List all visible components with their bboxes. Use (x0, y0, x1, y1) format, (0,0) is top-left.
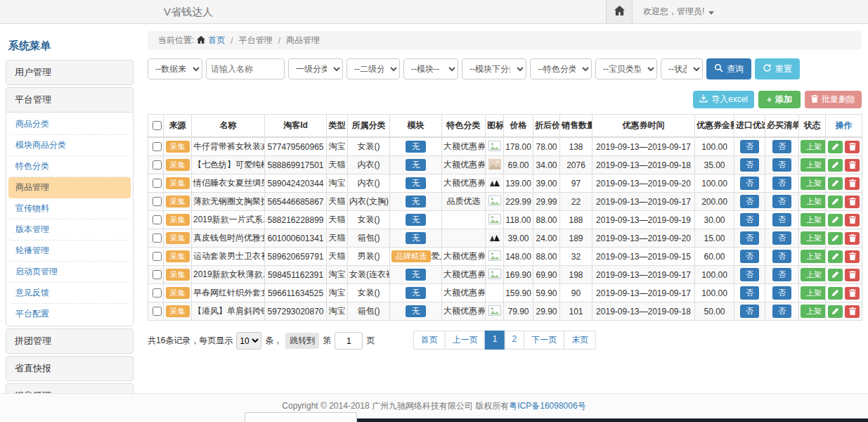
query-button[interactable]: 查询 (706, 58, 751, 79)
row-checkbox[interactable] (153, 142, 162, 151)
sidebar-subitem[interactable]: 启动页管理 (8, 262, 131, 283)
status-button[interactable]: 上架 (801, 140, 826, 153)
import-select-button[interactable]: 否 (740, 177, 759, 189)
edit-button[interactable] (828, 196, 843, 208)
status-button[interactable]: 上架 (801, 250, 826, 262)
status-button[interactable]: 上架 (801, 158, 826, 171)
sidebar-subitem[interactable]: 版本管理 (8, 219, 131, 241)
row-checkbox[interactable] (153, 252, 162, 261)
import-select-button[interactable]: 否 (740, 268, 759, 281)
row-checkbox[interactable] (153, 179, 162, 188)
import-select-button[interactable]: 否 (740, 286, 759, 299)
delete-button[interactable] (845, 269, 860, 281)
must-buy-button[interactable]: 否 (772, 158, 791, 171)
status-button[interactable]: 上架 (801, 286, 826, 299)
sidebar-item[interactable]: 拼团管理 (6, 329, 133, 353)
must-buy-button[interactable]: 否 (772, 213, 791, 226)
must-buy-button[interactable]: 否 (772, 305, 791, 317)
pager-page[interactable]: 1 (485, 331, 505, 350)
must-buy-button[interactable]: 否 (772, 140, 791, 153)
sidebar-subitem[interactable]: 特色分类 (8, 156, 131, 177)
import-select-button[interactable]: 否 (740, 213, 759, 226)
status-button[interactable]: 上架 (801, 177, 826, 189)
delete-button[interactable] (845, 196, 860, 208)
status-button[interactable]: 上架 (801, 305, 826, 317)
must-buy-button[interactable]: 否 (772, 195, 791, 207)
sidebar-subitem[interactable]: 商品管理 (8, 177, 131, 198)
jump-button[interactable]: 跳转到 (285, 333, 319, 349)
delete-button[interactable] (845, 141, 860, 153)
row-checkbox[interactable] (153, 197, 162, 206)
filter-select[interactable]: --宝贝类型-- (595, 58, 657, 79)
pager-page[interactable]: 2 (505, 331, 525, 350)
row-checkbox[interactable] (153, 160, 162, 170)
delete-button[interactable] (845, 250, 860, 263)
must-buy-button[interactable]: 否 (772, 286, 791, 299)
user-menu[interactable]: 欢迎您，管理员! (633, 0, 725, 23)
page-number-input[interactable] (335, 332, 363, 350)
must-buy-button[interactable]: 否 (772, 231, 791, 244)
filter-select[interactable]: --二级分类-- (346, 58, 400, 79)
row-checkbox[interactable] (153, 288, 162, 298)
edit-button[interactable] (828, 269, 843, 281)
data-source-select[interactable]: --数据来源-- (148, 58, 202, 79)
icp-link[interactable]: 粤ICP备16098006号 (509, 401, 585, 411)
status-button[interactable]: 上架 (801, 268, 826, 281)
filter-select[interactable]: --模块下分类-- (462, 58, 526, 79)
home-button[interactable] (606, 0, 633, 23)
edit-button[interactable] (828, 232, 843, 245)
sidebar-subitem[interactable]: 模块商品分类 (8, 135, 131, 156)
delete-button[interactable] (845, 214, 860, 226)
sidebar-subitem[interactable]: 轮播管理 (8, 241, 131, 262)
sidebar-subitem[interactable]: 宣传物料 (8, 198, 131, 219)
import-select-button[interactable]: 否 (740, 158, 759, 171)
sidebar-subitem[interactable]: 商品分类 (8, 114, 131, 135)
reset-button[interactable]: 重置 (755, 58, 800, 79)
filter-select[interactable]: --模块-- (403, 58, 458, 79)
pager-next[interactable]: 下一页 (524, 331, 564, 350)
edit-button[interactable] (828, 159, 843, 172)
row-checkbox[interactable] (153, 234, 162, 243)
import-select-button[interactable]: 否 (740, 195, 759, 207)
row-checkbox[interactable] (153, 270, 162, 279)
edit-button[interactable] (828, 177, 843, 190)
status-button[interactable]: 上架 (801, 195, 826, 207)
page-size-select[interactable]: 10 (236, 332, 261, 350)
must-buy-button[interactable]: 否 (772, 177, 791, 189)
filter-select[interactable]: 一级分类 (288, 58, 343, 79)
status-button[interactable]: 上架 (801, 213, 826, 226)
edit-button[interactable] (828, 305, 843, 318)
batch-delete-button[interactable]: 批量删除 (805, 91, 862, 108)
sidebar-subitem[interactable]: 意见反馈 (8, 283, 131, 304)
import-select-button[interactable]: 否 (740, 231, 759, 244)
row-checkbox[interactable] (153, 215, 162, 224)
edit-button[interactable] (828, 214, 843, 226)
filter-select[interactable]: --特色分类-- (530, 58, 592, 79)
select-all-checkbox[interactable] (153, 121, 162, 130)
add-button[interactable]: + 添加 (758, 91, 801, 108)
row-checkbox[interactable] (153, 307, 162, 316)
delete-button[interactable] (845, 305, 860, 318)
pager-last[interactable]: 末页 (564, 331, 596, 350)
sidebar-item-user-mgmt[interactable]: 用户管理 (6, 60, 133, 84)
name-search-input[interactable] (206, 58, 285, 79)
breadcrumb-home-link[interactable]: 首页 (208, 34, 225, 46)
import-select-button[interactable]: 否 (740, 140, 759, 153)
import-excel-button[interactable]: 导入excel (693, 91, 754, 108)
sidebar-item[interactable]: 省直快报 (6, 357, 133, 381)
edit-button[interactable] (828, 250, 843, 263)
delete-button[interactable] (845, 177, 860, 190)
edit-button[interactable] (828, 141, 843, 153)
edit-button[interactable] (828, 287, 843, 300)
delete-button[interactable] (845, 232, 860, 245)
delete-button[interactable] (845, 287, 860, 300)
must-buy-button[interactable]: 否 (772, 268, 791, 281)
pager-prev[interactable]: 上一页 (445, 331, 486, 350)
pager-first[interactable]: 首页 (413, 331, 446, 350)
import-select-button[interactable]: 否 (740, 305, 759, 317)
sidebar-subitem[interactable]: 平台配置 (8, 304, 131, 324)
status-button[interactable]: 上架 (801, 231, 826, 244)
filter-select[interactable]: --状态-- (661, 58, 703, 79)
import-select-button[interactable]: 否 (740, 250, 759, 262)
must-buy-button[interactable]: 否 (772, 250, 791, 262)
